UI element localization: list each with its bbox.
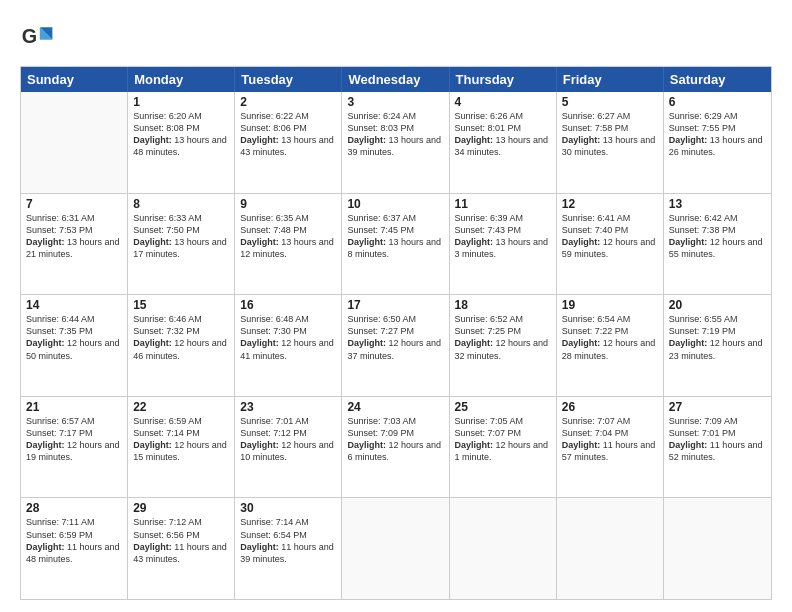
calendar: SundayMondayTuesdayWednesdayThursdayFrid…: [20, 66, 772, 600]
day-number: 9: [240, 197, 336, 211]
weekday-header-saturday: Saturday: [664, 67, 771, 92]
day-number: 13: [669, 197, 766, 211]
calendar-cell: 18Sunrise: 6:52 AMSunset: 7:25 PMDayligh…: [450, 295, 557, 396]
cell-info: Sunrise: 6:54 AMSunset: 7:22 PMDaylight:…: [562, 313, 658, 362]
logo-icon: G: [20, 20, 56, 56]
calendar-cell: 15Sunrise: 6:46 AMSunset: 7:32 PMDayligh…: [128, 295, 235, 396]
calendar-cell: 22Sunrise: 6:59 AMSunset: 7:14 PMDayligh…: [128, 397, 235, 498]
calendar-cell: [557, 498, 664, 599]
cell-info: Sunrise: 6:33 AMSunset: 7:50 PMDaylight:…: [133, 212, 229, 261]
calendar-cell: 21Sunrise: 6:57 AMSunset: 7:17 PMDayligh…: [21, 397, 128, 498]
cell-info: Sunrise: 6:20 AMSunset: 8:08 PMDaylight:…: [133, 110, 229, 159]
calendar-row-1: 1Sunrise: 6:20 AMSunset: 8:08 PMDaylight…: [21, 92, 771, 194]
day-number: 20: [669, 298, 766, 312]
day-number: 2: [240, 95, 336, 109]
calendar-cell: 27Sunrise: 7:09 AMSunset: 7:01 PMDayligh…: [664, 397, 771, 498]
calendar-row-3: 14Sunrise: 6:44 AMSunset: 7:35 PMDayligh…: [21, 295, 771, 397]
cell-info: Sunrise: 7:09 AMSunset: 7:01 PMDaylight:…: [669, 415, 766, 464]
day-number: 21: [26, 400, 122, 414]
day-number: 18: [455, 298, 551, 312]
calendar-cell: 11Sunrise: 6:39 AMSunset: 7:43 PMDayligh…: [450, 194, 557, 295]
day-number: 12: [562, 197, 658, 211]
calendar-cell: 10Sunrise: 6:37 AMSunset: 7:45 PMDayligh…: [342, 194, 449, 295]
cell-info: Sunrise: 7:12 AMSunset: 6:56 PMDaylight:…: [133, 516, 229, 565]
day-number: 23: [240, 400, 336, 414]
calendar-cell: 25Sunrise: 7:05 AMSunset: 7:07 PMDayligh…: [450, 397, 557, 498]
cell-info: Sunrise: 6:44 AMSunset: 7:35 PMDaylight:…: [26, 313, 122, 362]
calendar-row-2: 7Sunrise: 6:31 AMSunset: 7:53 PMDaylight…: [21, 194, 771, 296]
calendar-header: SundayMondayTuesdayWednesdayThursdayFrid…: [21, 67, 771, 92]
calendar-cell: 19Sunrise: 6:54 AMSunset: 7:22 PMDayligh…: [557, 295, 664, 396]
cell-info: Sunrise: 6:29 AMSunset: 7:55 PMDaylight:…: [669, 110, 766, 159]
calendar-cell: 13Sunrise: 6:42 AMSunset: 7:38 PMDayligh…: [664, 194, 771, 295]
weekday-header-thursday: Thursday: [450, 67, 557, 92]
calendar-cell: 20Sunrise: 6:55 AMSunset: 7:19 PMDayligh…: [664, 295, 771, 396]
cell-info: Sunrise: 6:55 AMSunset: 7:19 PMDaylight:…: [669, 313, 766, 362]
logo: G: [20, 20, 60, 56]
calendar-cell: 4Sunrise: 6:26 AMSunset: 8:01 PMDaylight…: [450, 92, 557, 193]
day-number: 10: [347, 197, 443, 211]
cell-info: Sunrise: 6:31 AMSunset: 7:53 PMDaylight:…: [26, 212, 122, 261]
day-number: 15: [133, 298, 229, 312]
day-number: 3: [347, 95, 443, 109]
calendar-cell: 3Sunrise: 6:24 AMSunset: 8:03 PMDaylight…: [342, 92, 449, 193]
cell-info: Sunrise: 6:57 AMSunset: 7:17 PMDaylight:…: [26, 415, 122, 464]
calendar-cell: 8Sunrise: 6:33 AMSunset: 7:50 PMDaylight…: [128, 194, 235, 295]
cell-info: Sunrise: 6:59 AMSunset: 7:14 PMDaylight:…: [133, 415, 229, 464]
day-number: 5: [562, 95, 658, 109]
day-number: 27: [669, 400, 766, 414]
day-number: 6: [669, 95, 766, 109]
cell-info: Sunrise: 6:50 AMSunset: 7:27 PMDaylight:…: [347, 313, 443, 362]
day-number: 14: [26, 298, 122, 312]
weekday-header-monday: Monday: [128, 67, 235, 92]
calendar-cell: 6Sunrise: 6:29 AMSunset: 7:55 PMDaylight…: [664, 92, 771, 193]
calendar-cell: 30Sunrise: 7:14 AMSunset: 6:54 PMDayligh…: [235, 498, 342, 599]
day-number: 29: [133, 501, 229, 515]
weekday-header-sunday: Sunday: [21, 67, 128, 92]
calendar-cell: 7Sunrise: 6:31 AMSunset: 7:53 PMDaylight…: [21, 194, 128, 295]
calendar-row-4: 21Sunrise: 6:57 AMSunset: 7:17 PMDayligh…: [21, 397, 771, 499]
weekday-header-tuesday: Tuesday: [235, 67, 342, 92]
day-number: 8: [133, 197, 229, 211]
cell-info: Sunrise: 6:39 AMSunset: 7:43 PMDaylight:…: [455, 212, 551, 261]
calendar-cell: 2Sunrise: 6:22 AMSunset: 8:06 PMDaylight…: [235, 92, 342, 193]
day-number: 28: [26, 501, 122, 515]
cell-info: Sunrise: 7:14 AMSunset: 6:54 PMDaylight:…: [240, 516, 336, 565]
day-number: 25: [455, 400, 551, 414]
calendar-cell: 14Sunrise: 6:44 AMSunset: 7:35 PMDayligh…: [21, 295, 128, 396]
calendar-cell: 5Sunrise: 6:27 AMSunset: 7:58 PMDaylight…: [557, 92, 664, 193]
cell-info: Sunrise: 6:42 AMSunset: 7:38 PMDaylight:…: [669, 212, 766, 261]
day-number: 17: [347, 298, 443, 312]
calendar-cell: 1Sunrise: 6:20 AMSunset: 8:08 PMDaylight…: [128, 92, 235, 193]
calendar-cell: 16Sunrise: 6:48 AMSunset: 7:30 PMDayligh…: [235, 295, 342, 396]
day-number: 11: [455, 197, 551, 211]
day-number: 24: [347, 400, 443, 414]
calendar-cell: 29Sunrise: 7:12 AMSunset: 6:56 PMDayligh…: [128, 498, 235, 599]
header: G: [20, 16, 772, 56]
calendar-cell: 28Sunrise: 7:11 AMSunset: 6:59 PMDayligh…: [21, 498, 128, 599]
cell-info: Sunrise: 6:27 AMSunset: 7:58 PMDaylight:…: [562, 110, 658, 159]
weekday-header-friday: Friday: [557, 67, 664, 92]
calendar-cell: 17Sunrise: 6:50 AMSunset: 7:27 PMDayligh…: [342, 295, 449, 396]
calendar-row-5: 28Sunrise: 7:11 AMSunset: 6:59 PMDayligh…: [21, 498, 771, 599]
cell-info: Sunrise: 7:01 AMSunset: 7:12 PMDaylight:…: [240, 415, 336, 464]
cell-info: Sunrise: 6:41 AMSunset: 7:40 PMDaylight:…: [562, 212, 658, 261]
day-number: 1: [133, 95, 229, 109]
day-number: 22: [133, 400, 229, 414]
calendar-cell: 9Sunrise: 6:35 AMSunset: 7:48 PMDaylight…: [235, 194, 342, 295]
page: G SundayMondayTuesdayWednesdayThursdayFr…: [0, 0, 792, 612]
cell-info: Sunrise: 7:05 AMSunset: 7:07 PMDaylight:…: [455, 415, 551, 464]
calendar-cell: 23Sunrise: 7:01 AMSunset: 7:12 PMDayligh…: [235, 397, 342, 498]
cell-info: Sunrise: 6:37 AMSunset: 7:45 PMDaylight:…: [347, 212, 443, 261]
day-number: 7: [26, 197, 122, 211]
calendar-cell: 24Sunrise: 7:03 AMSunset: 7:09 PMDayligh…: [342, 397, 449, 498]
cell-info: Sunrise: 7:07 AMSunset: 7:04 PMDaylight:…: [562, 415, 658, 464]
cell-info: Sunrise: 6:22 AMSunset: 8:06 PMDaylight:…: [240, 110, 336, 159]
cell-info: Sunrise: 6:48 AMSunset: 7:30 PMDaylight:…: [240, 313, 336, 362]
svg-text:G: G: [22, 25, 37, 47]
calendar-cell: 12Sunrise: 6:41 AMSunset: 7:40 PMDayligh…: [557, 194, 664, 295]
cell-info: Sunrise: 7:03 AMSunset: 7:09 PMDaylight:…: [347, 415, 443, 464]
cell-info: Sunrise: 6:26 AMSunset: 8:01 PMDaylight:…: [455, 110, 551, 159]
calendar-cell: 26Sunrise: 7:07 AMSunset: 7:04 PMDayligh…: [557, 397, 664, 498]
day-number: 19: [562, 298, 658, 312]
